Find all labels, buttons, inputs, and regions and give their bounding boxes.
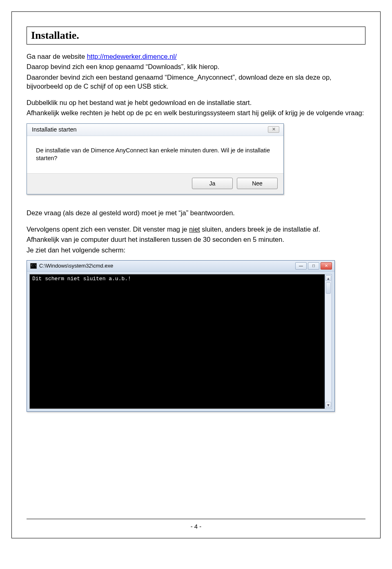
cmd-title-path: C:\Windows\system32\cmd.exe	[39, 263, 113, 269]
paragraph-4: Dubbelklik nu op het bestand wat je hebt…	[27, 98, 365, 107]
dialog-body: De installatie van de Dimence AnyConnect…	[27, 136, 283, 173]
install-dialog: Installatie starten ✕ De installatie van…	[27, 123, 284, 194]
minimize-icon: —	[299, 263, 303, 268]
cmd-terminal: Dit scherm niet sluiten a.u.b.!	[29, 274, 325, 409]
cmd-scrollbar[interactable]: ▲ ▼	[325, 274, 332, 409]
window-controls: — □ ✕	[295, 262, 332, 270]
paragraph-1-text: Ga naar de website	[27, 53, 87, 60]
chevron-up-icon: ▲	[327, 277, 330, 281]
dialog-nee-button[interactable]: Nee	[237, 178, 278, 189]
close-button[interactable]: ✕	[321, 262, 332, 270]
scroll-thumb[interactable]	[326, 282, 331, 294]
paragraph-8: Afhankelijk van je computer duurt het in…	[27, 235, 365, 244]
paragraph-5: Afhankelijk welke rechten je hebt op de …	[27, 108, 365, 117]
close-icon: ✕	[272, 127, 276, 132]
paragraph-1: Ga naar de website http://medewerker.dim…	[27, 52, 365, 61]
paragraph-2: Daarop bevind zich een knop genaamd “Dow…	[27, 62, 365, 71]
paragraph-7-niet: niet	[189, 225, 200, 233]
scroll-down-button[interactable]: ▼	[325, 402, 331, 408]
paragraph-6: Deze vraag (als deze al gesteld word) mo…	[27, 208, 365, 217]
cmd-titlebar: C:\Windows\system32\cmd.exe — □ ✕	[27, 261, 334, 272]
cmd-window: C:\Windows\system32\cmd.exe — □ ✕ Dit sc…	[27, 260, 335, 412]
maximize-icon: □	[312, 263, 315, 268]
page-heading: Installatie.	[31, 29, 361, 42]
scroll-up-button[interactable]: ▲	[325, 275, 331, 281]
document-page: Installatie. Ga naar de website http://m…	[11, 11, 381, 538]
dialog-ja-button[interactable]: Ja	[192, 178, 233, 189]
dialog-title: Installatie starten	[32, 126, 77, 133]
dialog-footer: Ja Nee	[27, 173, 283, 194]
cmd-icon	[30, 263, 37, 269]
close-icon: ✕	[325, 263, 328, 268]
paragraph-7a: Vervolgens opent zich een venster. Dit v…	[27, 225, 189, 233]
maximize-button[interactable]: □	[308, 262, 319, 270]
chevron-down-icon: ▼	[327, 403, 330, 407]
dialog-close-button[interactable]: ✕	[268, 126, 279, 133]
page-number: - 4 -	[12, 523, 380, 530]
heading-box: Installatie.	[27, 27, 365, 45]
cmd-body-wrap: Dit scherm niet sluiten a.u.b.! ▲ ▼	[29, 274, 332, 409]
paragraph-7: Vervolgens opent zich een venster. Dit v…	[27, 225, 365, 234]
paragraph-7b: sluiten, anders breek je de installatie …	[200, 225, 320, 233]
minimize-button[interactable]: —	[295, 262, 307, 270]
paragraph-3: Daaronder bevind zich een bestand genaam…	[27, 73, 365, 91]
footer-rule	[27, 519, 365, 519]
website-link[interactable]: http://medewerker.dimence.nl/	[87, 53, 177, 60]
paragraph-9: Je ziet dan het volgende scherm:	[27, 245, 365, 254]
dialog-titlebar: Installatie starten ✕	[27, 124, 283, 136]
